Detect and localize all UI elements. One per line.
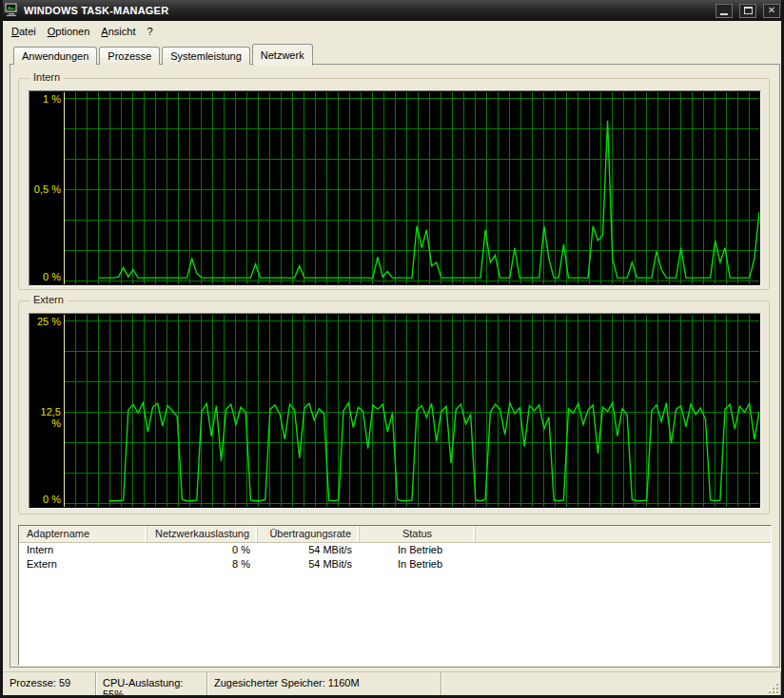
network-tab-page: Intern 1 % 0,5 % 0 % Extern 25 % 1: [10, 64, 780, 668]
table-row-extern[interactable]: Extern 8 % 54 MBit/s In Betrieb: [19, 557, 771, 572]
column-header-uebertragungsrate[interactable]: Übertragungsrate: [258, 526, 360, 542]
intern-groupbox: Intern 1 % 0,5 % 0 %: [18, 78, 770, 290]
extern-groupbox: Extern 25 % 12,5 % 0 %: [18, 301, 770, 514]
minimize-button[interactable]: [715, 4, 733, 18]
task-manager-window: WINDOWS TASK-MANAGER ✕ Datei Optionen An…: [0, 0, 784, 698]
cell-state: In Betrieb: [360, 557, 476, 572]
titlebar[interactable]: WINDOWS TASK-MANAGER ✕: [0, 0, 784, 21]
extern-plot-area: [65, 320, 759, 504]
column-header-adaptername[interactable]: Adaptername: [19, 526, 147, 542]
status-processes: Prozesse: 59: [3, 672, 96, 695]
menubar: Datei Optionen Ansicht ?: [3, 21, 781, 41]
status-commit-charge: Zugesicherter Speicher: 1160M: [207, 672, 441, 695]
intern-ytick-max: 1 %: [29, 93, 61, 105]
tab-netzwerk[interactable]: Netzwerk: [252, 44, 313, 66]
intern-network-graph: 1 % 0,5 % 0 %: [29, 90, 761, 286]
intern-ytick-mid: 0,5 %: [29, 184, 61, 195]
adapter-list-header: Adaptername Netzwerkauslastung Übertragu…: [19, 526, 771, 543]
extern-network-graph: 25 % 12,5 % 0 %: [29, 313, 761, 509]
intern-plot-area: [65, 98, 759, 281]
extern-ytick-max: 25 %: [29, 316, 61, 327]
adapter-listview: Adaptername Netzwerkauslastung Übertragu…: [18, 525, 772, 666]
cell-linkspeed: 54 MBit/s: [258, 543, 360, 557]
maximize-button[interactable]: [739, 4, 756, 18]
cell-adapter: Intern: [19, 543, 147, 557]
menu-item-ansicht[interactable]: Ansicht: [95, 24, 141, 39]
window-title: WINDOWS TASK-MANAGER: [24, 5, 709, 16]
table-row-intern[interactable]: Intern 0 % 54 MBit/s In Betrieb: [19, 543, 771, 557]
resize-grip[interactable]: [767, 682, 779, 694]
extern-ytick-zero: 0 %: [29, 494, 61, 505]
tab-anwendungen[interactable]: Anwendungen: [13, 47, 97, 65]
extern-graph-title: Extern: [29, 294, 68, 305]
minimize-icon: [720, 13, 728, 15]
status-empty-panel: [441, 672, 781, 695]
column-header-netzwerkauslastung[interactable]: Netzwerkauslastung: [147, 526, 258, 542]
cell-adapter: Extern: [19, 557, 147, 572]
cell-state: In Betrieb: [360, 543, 476, 557]
close-button[interactable]: ✕: [763, 4, 780, 18]
app-icon: [4, 2, 19, 19]
tab-systemleistung[interactable]: Systemleistung: [162, 47, 250, 65]
cell-utilization: 0 %: [147, 543, 258, 557]
close-icon: ✕: [768, 6, 775, 15]
menu-item-hilfe[interactable]: ?: [141, 24, 158, 39]
menu-item-optionen[interactable]: Optionen: [42, 24, 96, 39]
menu-item-datei[interactable]: Datei: [6, 24, 42, 39]
tabstrip: Anwendungen Prozesse Systemleistung Netz…: [13, 43, 315, 65]
statusbar: Prozesse: 59 CPU-Auslastung: 55% Zugesic…: [3, 671, 781, 695]
cell-utilization: 8 %: [147, 557, 258, 572]
tab-prozesse[interactable]: Prozesse: [99, 47, 160, 65]
extern-ytick-mid: 12,5 %: [29, 406, 61, 429]
maximize-icon: [744, 7, 753, 14]
column-header-status[interactable]: Status: [360, 526, 476, 542]
status-cpu-usage: CPU-Auslastung: 55%: [96, 672, 207, 695]
intern-ytick-zero: 0 %: [29, 271, 61, 282]
cell-linkspeed: 54 MBit/s: [258, 557, 360, 572]
intern-graph-title: Intern: [29, 71, 64, 83]
